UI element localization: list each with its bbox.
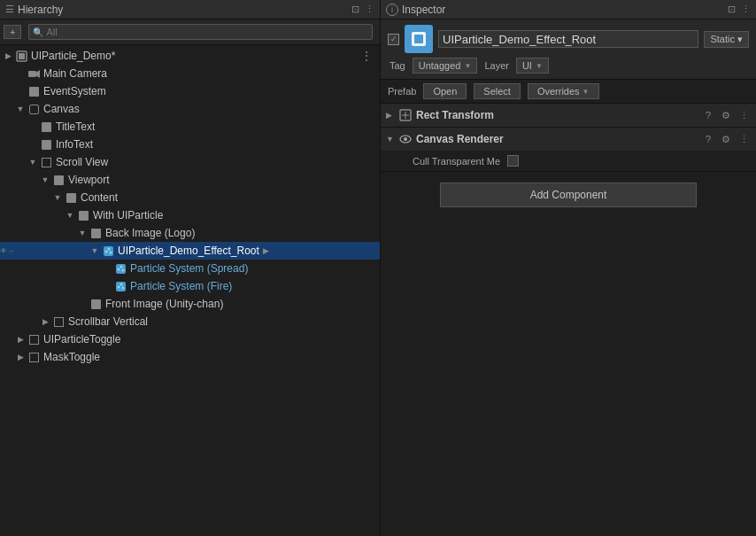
tree-label: Back Image (Logo) [105, 227, 195, 239]
rect-transform-settings-button[interactable]: ⚙ [719, 108, 733, 122]
prefab-overrides-button[interactable]: Overrides ▼ [528, 83, 599, 99]
cube-icon [89, 226, 103, 240]
tree-label: Main Camera [43, 67, 107, 80]
tree-item-viewport[interactable]: ▼ Viewport [0, 171, 380, 189]
canvas-icon [39, 155, 53, 169]
rect-transform-more-button[interactable]: ⋮ [737, 108, 751, 122]
tree-item-more-button[interactable]: ⋮ [357, 49, 376, 63]
hierarchy-more-icon[interactable]: ⋮ [365, 4, 374, 15]
canvas-renderer-header[interactable]: ▼ Canvas Renderer ? ⚙ ⋮ [381, 128, 756, 151]
tag-dropdown[interactable]: Untagged ▼ [413, 58, 478, 74]
svg-point-10 [120, 265, 122, 268]
hierarchy-toolbar: + 🔍 [0, 19, 380, 45]
rect-transform-help-button[interactable]: ? [701, 108, 715, 122]
tree-label: EventSystem [43, 85, 106, 97]
tree-label: InfoText [56, 138, 93, 151]
cull-row: Cull Transparent Me [381, 151, 756, 171]
rect-transform-icons: ? ⚙ ⋮ [701, 108, 751, 122]
particle-blue-icon [113, 279, 127, 293]
hierarchy-add-button[interactable]: + [4, 25, 21, 39]
layer-dropdown[interactable]: UI ▼ [516, 58, 549, 74]
prefab-label: Prefab [388, 86, 416, 97]
expand-arrow: ▼ [39, 175, 51, 184]
expand-arrow: ▼ [76, 229, 89, 237]
tree-item-info-text[interactable]: InfoText [0, 136, 380, 153]
add-component-button[interactable]: Add Component [440, 183, 697, 207]
hierarchy-panel: ☰ Hierarchy ⊡ ⋮ + 🔍 ▶ UIParticle_Demo* ⋮ [0, 0, 381, 536]
cull-checkbox[interactable] [507, 155, 519, 167]
prefab-select-button[interactable]: Select [474, 83, 521, 99]
add-component-area: Add Component [381, 172, 756, 218]
tree-item-uiparticle-effect-root[interactable]: 👁 → ▼ UIParticle_Demo_Effect_Root ▶ [0, 242, 380, 260]
tree-item-mask-toggle[interactable]: ▶ MaskToggle [0, 348, 380, 366]
tree-item-particle-spread[interactable]: Particle System (Spread) [0, 260, 380, 277]
tree-item-scroll-view[interactable]: ▼ Scroll View [0, 153, 380, 171]
canvas-renderer-help-button[interactable]: ? [701, 132, 715, 146]
tree-item-uiparticle-demo[interactable]: ▶ UIParticle_Demo* ⋮ [0, 47, 380, 65]
cube-icon [39, 120, 53, 134]
tag-label: Tag [390, 60, 405, 71]
object-icon-large [405, 25, 433, 53]
cube-icon [76, 208, 90, 222]
tree-label: Content [81, 191, 118, 204]
tree-item-content[interactable]: ▼ Content [0, 189, 380, 206]
tree-item-main-camera[interactable]: Main Camera [0, 65, 380, 82]
hierarchy-header: ☰ Hierarchy ⊡ ⋮ [0, 0, 380, 19]
rect-transform-header[interactable]: ▶ Rect Transform ? ⚙ ⋮ [381, 104, 756, 127]
canvas-renderer-section: ▼ Canvas Renderer ? ⚙ ⋮ Cull Transparent… [381, 128, 756, 172]
canvas-renderer-more-button[interactable]: ⋮ [737, 132, 751, 146]
cube-icon [27, 84, 41, 98]
scene-icon [14, 49, 28, 63]
canvas-renderer-eye-icon[interactable] [398, 132, 413, 146]
inspector-more-icon[interactable]: ⋮ [741, 4, 751, 15]
cube-icon [51, 173, 66, 187]
nav-icon: → [7, 247, 14, 255]
svg-point-5 [104, 250, 107, 252]
svg-rect-17 [414, 35, 423, 43]
svg-marker-3 [36, 70, 40, 78]
tree-label: UIParticle_Demo* [31, 50, 115, 62]
rect-transform-name: Rect Transform [416, 109, 701, 121]
hierarchy-search-input[interactable] [46, 27, 368, 37]
inspector-header: i Inspector ⊡ ⋮ [381, 0, 756, 19]
svg-point-15 [121, 286, 124, 289]
tree-item-back-image-logo[interactable]: ▼ Back Image (Logo) [0, 224, 380, 242]
tag-layer-row: Tag Untagged ▼ Layer UI ▼ [388, 58, 749, 74]
object-name-input[interactable] [438, 30, 698, 48]
canvas-icon [27, 350, 41, 364]
tree-item-uiparticle-toggle[interactable]: ▶ UIParticleToggle [0, 330, 380, 348]
eye-icon: 👁 [0, 247, 7, 255]
object-enable-checkbox[interactable] [388, 34, 399, 45]
layer-value: UI [522, 60, 532, 71]
particle-blue-icon [113, 261, 127, 276]
prefab-open-button[interactable]: Open [423, 83, 467, 99]
canvas-renderer-icons: ? ⚙ ⋮ [701, 132, 751, 146]
static-label: Static ▾ [710, 34, 743, 45]
hierarchy-lock-icon[interactable]: ⊡ [351, 4, 359, 15]
expand-arrow: ▶ [2, 51, 14, 60]
expand-right-arrow: ▶ [263, 246, 269, 255]
hierarchy-menu-icon[interactable]: ☰ [5, 4, 14, 15]
tree-item-with-uiparticle[interactable]: ▼ With UIParticle [0, 206, 380, 224]
canvas-renderer-settings-button[interactable]: ⚙ [719, 132, 733, 146]
static-button[interactable]: Static ▾ [704, 31, 749, 48]
tree-item-event-system[interactable]: EventSystem [0, 82, 380, 100]
tree-item-scrollbar-vertical[interactable]: ▶ Scrollbar Vertical [0, 313, 380, 330]
tree-label: UIParticleToggle [43, 333, 120, 346]
expand-arrow: ▼ [27, 158, 39, 167]
tree-label: Canvas [43, 103, 80, 115]
layer-dropdown-arrow: ▼ [536, 62, 543, 70]
tree-item-front-image[interactable]: Front Image (Unity-chan) [0, 295, 380, 313]
tree-item-title-text[interactable]: TitleText [0, 118, 380, 136]
tree-label: Particle System (Fire) [130, 280, 232, 292]
tree-item-particle-fire[interactable]: Particle System (Fire) [0, 277, 380, 295]
particle-blue-icon [101, 244, 115, 258]
inspector-lock-icon[interactable]: ⊡ [728, 4, 736, 15]
canvas-renderer-name: Canvas Renderer [416, 133, 701, 145]
eye-icons-area: 👁 → [0, 242, 16, 260]
tree-label: Scrollbar Vertical [68, 315, 148, 328]
hierarchy-search-bar[interactable]: 🔍 [28, 24, 373, 40]
expand-arrow: ▶ [39, 317, 51, 326]
tree-item-canvas[interactable]: ▼ Canvas [0, 100, 380, 118]
tree-label: UIParticle_Demo_Effect_Root [118, 245, 259, 257]
